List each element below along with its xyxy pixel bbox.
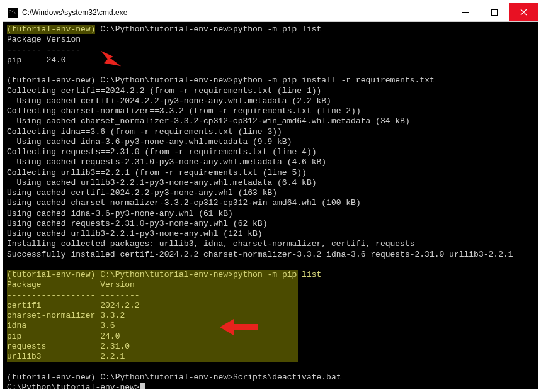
cmd-window: C:\Windows\system32\cmd.exe (tutorial-en… <box>3 3 538 389</box>
command-text: Scripts\deactivate.bat <box>233 372 341 382</box>
output-line: Using cached requests-2.31.0-py3-none-an… <box>7 219 534 229</box>
command-text: python -m pip list <box>233 270 321 279</box>
output-line: Using cached requests-2.31.0-py3-none-an… <box>7 157 534 167</box>
terminal-body[interactable]: (tutorial-env-new) C:\Python\tutorial-en… <box>3 22 538 389</box>
output-line: Using cached charset_normalizer-3.3.2-cp… <box>7 198 534 208</box>
output-line: Collecting requests==2.31.0 (from -r req… <box>7 147 534 157</box>
venv-tag: (tutorial-env-new) <box>7 25 95 34</box>
output-line: Using cached idna-3.6-py3-none-any.whl.m… <box>7 137 534 147</box>
table-row: pip 24.0 <box>7 55 534 65</box>
output-line: Collecting charset-normalizer==3.3.2 (fr… <box>7 106 534 116</box>
maximize-button[interactable] <box>480 3 509 21</box>
window-controls <box>451 3 538 21</box>
output-line: Using cached urllib3-2.2.1-py3-none-any.… <box>7 178 534 188</box>
table-row: requests 2.31.0 <box>7 342 534 352</box>
table-sep: ------- ------- <box>7 45 534 55</box>
table-header: Package Version <box>7 280 534 290</box>
prompt-line: (tutorial-env-new) C:\Python\tutorial-en… <box>7 76 534 86</box>
prompt-line: (tutorial-env-new) C:\Python\tutorial-en… <box>7 270 534 280</box>
output-line: Collecting certifi==2024.2.2 (from -r re… <box>7 86 534 96</box>
output-line: Installing collected packages: urllib3, … <box>7 239 534 249</box>
table-header: Package Version <box>7 35 534 45</box>
titlebar[interactable]: C:\Windows\system32\cmd.exe <box>3 3 538 22</box>
close-icon <box>520 9 527 16</box>
close-button[interactable] <box>509 3 538 21</box>
output-line: Collecting urllib3==2.2.1 (from -r requi… <box>7 168 534 178</box>
output-line: Successfully installed certifi-2024.2.2 … <box>7 250 534 260</box>
prompt-path: C:\Python\tutorial-env-new> <box>100 25 233 34</box>
venv-tag: (tutorial-env-new) <box>7 76 95 85</box>
output-line: Collecting idna==3.6 (from -r requiremen… <box>7 127 534 137</box>
table-row: urllib3 2.2.1 <box>7 352 534 362</box>
minimize-button[interactable] <box>451 3 480 21</box>
table-row: idna 3.6 <box>7 321 534 331</box>
cmd-icon <box>8 8 18 18</box>
table-row: charset-normalizer 3.3.2 <box>7 311 534 321</box>
cursor <box>140 383 145 389</box>
final-prompt: C:\Python\tutorial-env-new> <box>7 383 534 389</box>
command-text: python -m pip list <box>233 25 321 34</box>
table-sep: ------------------ -------- <box>7 291 534 301</box>
output-line: Using cached charset_normalizer-3.3.2-cp… <box>7 116 534 126</box>
output-line: Using cached idna-3.6-py3-none-any.whl (… <box>7 209 534 219</box>
table-row: pip 24.0 <box>7 332 534 342</box>
prompt-line: (tutorial-env-new) C:\Python\tutorial-en… <box>7 25 534 35</box>
output-line: Using cached certifi-2024.2.2-py3-none-a… <box>7 96 534 106</box>
output-line: Using cached certifi-2024.2.2-py3-none-a… <box>7 188 534 198</box>
table-row: certifi 2024.2.2 <box>7 301 534 311</box>
prompt-line: (tutorial-env-new) C:\Python\tutorial-en… <box>7 372 534 383</box>
install-output: Collecting certifi==2024.2.2 (from -r re… <box>7 86 534 260</box>
highlighted-block: (tutorial-env-new) C:\Python\tutorial-en… <box>7 270 534 362</box>
command-text: python -m pip install -r requirements.tx… <box>233 76 435 85</box>
output-line: Using cached urllib3-2.2.1-py3-none-any.… <box>7 229 534 239</box>
window-title: C:\Windows\system32\cmd.exe <box>22 8 451 17</box>
